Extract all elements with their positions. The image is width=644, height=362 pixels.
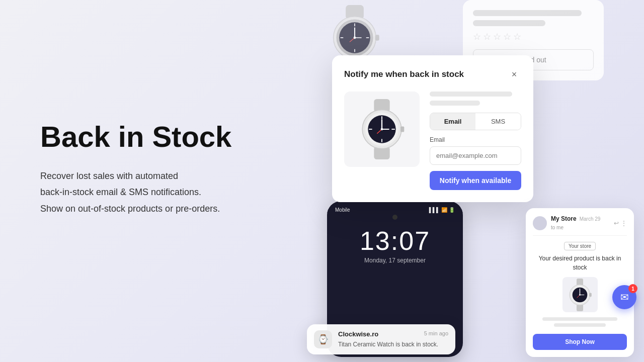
email-watch-svg bbox=[564, 279, 596, 311]
desc-line3: Show on out-of-stock products or pre-ord… bbox=[40, 204, 220, 214]
svg-rect-4 bbox=[375, 35, 379, 40]
star: ☆ bbox=[483, 31, 491, 42]
skeleton-line bbox=[473, 10, 582, 16]
product-name-skeleton bbox=[430, 92, 512, 97]
sender-avatar bbox=[533, 216, 547, 230]
notification-app-name: Clockwise.ro bbox=[338, 330, 378, 338]
star: ☆ bbox=[473, 31, 481, 42]
phone-status-icons: ▌▌▌ 📶 🔋 bbox=[429, 207, 455, 213]
shop-now-button[interactable]: Shop Now bbox=[533, 334, 627, 350]
star: ☆ bbox=[513, 31, 521, 42]
email-body-text: Your desired product is back in stock bbox=[533, 254, 627, 272]
reply-icon: ↩ bbox=[614, 220, 619, 227]
phone-time-display: 13:07 Monday, 17 september bbox=[327, 222, 463, 266]
notify-modal: Notify me when back in stock × bbox=[332, 55, 533, 202]
modal-form: Email SMS Email Notify when available bbox=[430, 92, 521, 190]
product-image bbox=[344, 92, 420, 167]
star: ☆ bbox=[493, 31, 501, 42]
email-icon: ✉ bbox=[620, 291, 629, 303]
modal-title: Notify me when back in stock bbox=[344, 69, 464, 79]
tab-email-button[interactable]: Email bbox=[430, 113, 475, 130]
email-preview-card: My Store March 29 to me ↩ ⋮ Your store Y… bbox=[526, 208, 634, 357]
right-area: ☆ ☆ ☆ ☆ ☆ Sold out bbox=[312, 0, 644, 362]
desc-line1: Recover lost sales with automated bbox=[40, 171, 178, 181]
contact-method-tabs: Email SMS bbox=[430, 113, 521, 130]
email-store-badge: Your store bbox=[533, 241, 627, 250]
svg-rect-32 bbox=[589, 293, 592, 296]
phone-time: 13:07 bbox=[327, 226, 463, 256]
product-watch-svg bbox=[352, 99, 412, 159]
modal-body: Email SMS Email Notify when available bbox=[344, 92, 521, 190]
notification-badge: 1 bbox=[628, 284, 637, 293]
email-action-icons: ↩ ⋮ bbox=[614, 220, 627, 227]
email-date: March 29 bbox=[580, 216, 601, 222]
modal-header: Notify me when back in stock × bbox=[344, 67, 521, 81]
notification-popup: ⌚ Clockwise.ro 5 min ago Titan Ceramic W… bbox=[307, 324, 455, 354]
phone-status-text: Mobile bbox=[335, 207, 350, 213]
notification-content: Clockwise.ro 5 min ago Titan Ceramic Wat… bbox=[338, 330, 448, 348]
email-product-price-skeleton bbox=[554, 323, 606, 327]
notification-text: Titan Ceramic Watch is back in stock. bbox=[338, 341, 438, 348]
tab-sms-button[interactable]: SMS bbox=[475, 113, 521, 130]
desc-line2: back-in-stock email & SMS notifications. bbox=[40, 187, 201, 197]
star-rating: ☆ ☆ ☆ ☆ ☆ bbox=[473, 31, 594, 42]
email-header: My Store March 29 to me ↩ ⋮ bbox=[533, 215, 627, 236]
email-input[interactable] bbox=[430, 146, 521, 165]
product-sku-skeleton bbox=[430, 101, 480, 106]
phone-date: Monday, 17 september bbox=[327, 257, 463, 264]
floating-email-button[interactable]: ✉ 1 bbox=[612, 285, 636, 309]
svg-point-37 bbox=[579, 294, 581, 296]
svg-point-13 bbox=[354, 37, 356, 39]
skeleton-line bbox=[473, 20, 545, 26]
star: ☆ bbox=[503, 31, 511, 42]
modal-close-button[interactable]: × bbox=[507, 67, 521, 81]
description: Recover lost sales with automated back-i… bbox=[40, 168, 292, 217]
notification-time: 5 min ago bbox=[424, 330, 448, 338]
svg-rect-18 bbox=[400, 126, 404, 132]
notification-app-icon: ⌚ bbox=[314, 330, 332, 348]
left-content: Back in Stock Recover lost sales with au… bbox=[40, 121, 292, 217]
sender-info: My Store March 29 to me bbox=[551, 215, 610, 231]
email-to-label: to me bbox=[551, 225, 564, 230]
svg-point-27 bbox=[381, 128, 383, 131]
phone-camera-dot bbox=[392, 215, 397, 220]
email-field-label: Email bbox=[430, 136, 521, 143]
email-product-name-skeleton bbox=[542, 317, 618, 321]
email-product-image bbox=[562, 277, 598, 312]
more-icon: ⋮ bbox=[621, 220, 627, 227]
main-title: Back in Stock bbox=[40, 121, 292, 153]
store-name: My Store bbox=[551, 215, 577, 222]
notify-available-button[interactable]: Notify when available bbox=[430, 171, 521, 190]
